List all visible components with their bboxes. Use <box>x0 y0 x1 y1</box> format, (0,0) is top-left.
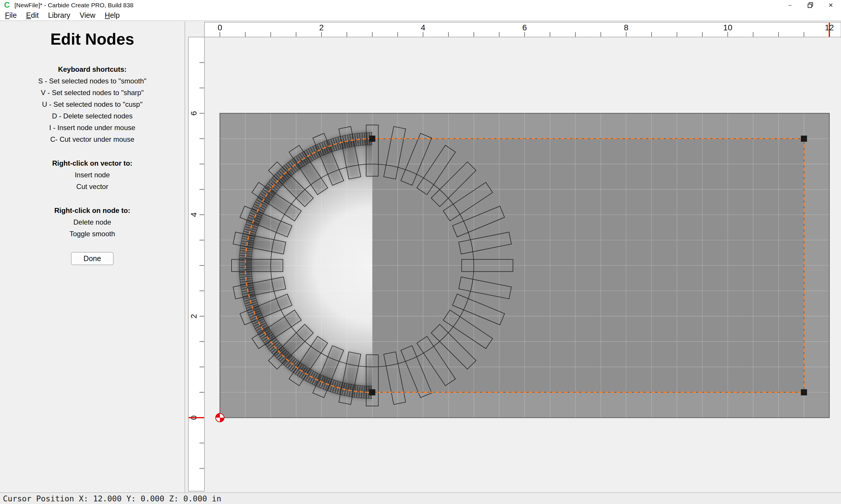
h-ruler-label: 2 <box>319 23 324 32</box>
section-heading: Right-click on node to: <box>0 205 185 216</box>
cursor-position-readout: Cursor Position X: 12.000 Y: 0.000 Z: 0.… <box>3 494 221 503</box>
v-ruler-label: 4 <box>189 213 198 217</box>
app-window: C [NewFile]* - Carbide Create PRO, Build… <box>0 0 841 504</box>
minimize-button[interactable]: – <box>780 0 800 10</box>
section-line: Toggle smooth <box>0 228 185 240</box>
section-line: C- Cut vector under mouse <box>0 133 185 145</box>
menu-bar: FileEditLibraryViewHelp <box>0 10 841 21</box>
panel-section-1: Right-click on vector to:Insert nodeCut … <box>0 158 185 193</box>
origin-marker[interactable] <box>216 414 224 422</box>
path-node[interactable] <box>801 136 807 142</box>
window-title: [NewFile]* - Carbide Create PRO, Build 8… <box>15 2 134 9</box>
h-ruler-label: 0 <box>218 23 222 32</box>
section-line: Cut vector <box>0 181 185 193</box>
h-ruler-label: 8 <box>624 23 629 32</box>
v-ruler-label: 2 <box>189 314 198 319</box>
section-line: Delete node <box>0 216 185 228</box>
section-heading: Right-click on vector to: <box>0 158 185 169</box>
path-node[interactable] <box>369 389 375 396</box>
design-canvas[interactable]: 0246810120246 <box>185 21 841 492</box>
edit-nodes-panel: Edit Nodes Keyboard shortcuts:S - Set se… <box>0 22 185 492</box>
h-ruler-label: 10 <box>723 23 732 32</box>
h-ruler-label: 4 <box>421 23 426 32</box>
restore-icon <box>807 2 814 9</box>
menu-library[interactable]: Library <box>48 11 70 20</box>
title-bar: C [NewFile]* - Carbide Create PRO, Build… <box>0 0 841 10</box>
section-line: S - Set selected nodes to "smooth" <box>0 75 185 87</box>
app-logo-icon: C <box>4 0 10 10</box>
done-button[interactable]: Done <box>71 252 114 265</box>
h-ruler-label: 6 <box>522 23 527 32</box>
section-line: U - Set selected nodes to "cusp" <box>0 98 185 110</box>
menu-file[interactable]: File <box>5 11 17 20</box>
canvas-area: 0246810120246 <box>185 21 841 492</box>
section-line: I - Insert node under mouse <box>0 122 185 133</box>
restore-button[interactable] <box>800 0 821 10</box>
panel-title: Edit Nodes <box>0 30 185 49</box>
close-button[interactable]: ✕ <box>821 0 841 10</box>
section-line: D - Delete selected nodes <box>0 110 185 122</box>
v-ruler-label: 6 <box>189 111 198 116</box>
vertical-ruler[interactable] <box>188 37 204 491</box>
menu-help[interactable]: Help <box>105 11 120 20</box>
section-heading: Keyboard shortcuts: <box>0 64 185 75</box>
section-line: V - Set selected nodes to "sharp" <box>0 87 185 98</box>
panel-section-0: Keyboard shortcuts:S - Set selected node… <box>0 64 185 145</box>
section-line: Insert node <box>0 169 185 181</box>
panel-section-2: Right-click on node to:Delete nodeToggle… <box>0 205 185 240</box>
status-bar: Cursor Position X: 12.000 Y: 0.000 Z: 0.… <box>0 492 841 504</box>
path-node[interactable] <box>369 136 375 142</box>
menu-view[interactable]: View <box>80 11 96 20</box>
path-node[interactable] <box>801 389 807 396</box>
menu-edit[interactable]: Edit <box>26 11 38 20</box>
